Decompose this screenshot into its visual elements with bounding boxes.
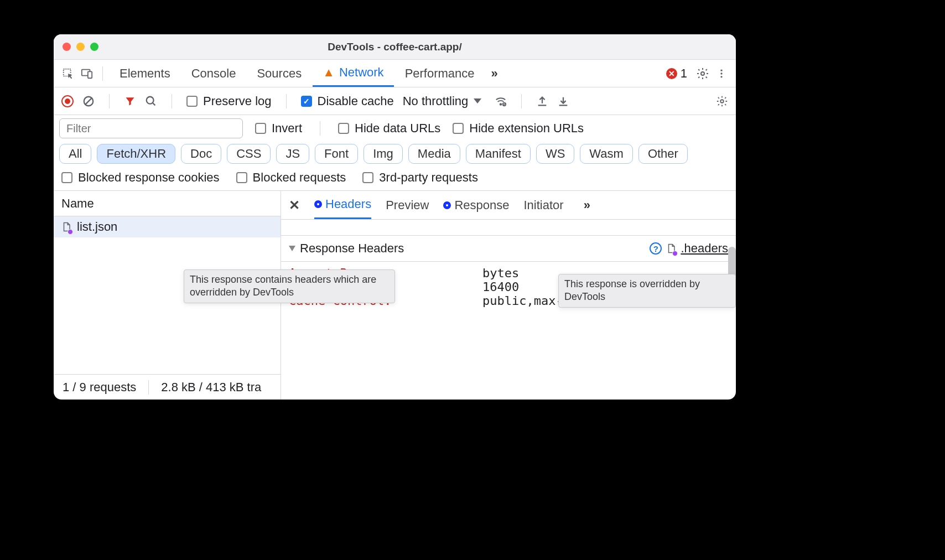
chip-font[interactable]: Font [315,144,358,164]
override-indicator-ring [314,200,322,208]
request-row[interactable]: list.json [54,216,281,237]
record-button[interactable] [61,95,74,107]
tab-initiator[interactable]: Initiator [523,191,563,219]
tab-elements[interactable]: Elements [110,60,180,87]
tab-preview[interactable]: Preview [386,191,429,219]
tab-network[interactable]: ▲ Network [313,60,393,87]
more-tabs-button[interactable]: » [486,66,503,81]
filter-input[interactable] [59,118,243,138]
chip-css[interactable]: CSS [227,144,271,164]
help-icon[interactable]: ? [650,242,662,255]
checkbox-icon [236,172,247,183]
tab-sources[interactable]: Sources [247,60,311,87]
type-filter-chips: All Fetch/XHR Doc CSS JS Font Img Media … [54,142,736,167]
hide-data-urls-checkbox[interactable]: Hide data URLs [338,121,440,136]
toolbar-settings-gear-icon[interactable] [716,95,728,107]
close-window-button[interactable] [63,43,71,51]
svg-point-3 [701,72,704,75]
settings-gear-icon[interactable] [694,65,712,82]
checkbox-icon [61,172,72,183]
device-toolbar-icon[interactable] [78,65,96,82]
chip-manifest[interactable]: Manifest [466,144,531,164]
checkbox-icon [453,123,464,134]
column-header-name[interactable]: Name [54,191,281,216]
filter-icon[interactable] [124,95,136,107]
section-title: Response Headers [300,241,404,256]
close-detail-button[interactable]: ✕ [289,198,300,213]
request-name: list.json [77,220,117,234]
svg-point-11 [500,103,502,105]
chip-img[interactable]: Img [364,144,403,164]
throttling-value: No throttling [403,94,469,108]
chip-wasm[interactable]: Wasm [580,144,633,164]
override-indicator-ring [443,201,451,209]
upload-icon[interactable] [536,95,548,107]
download-icon[interactable] [557,95,569,107]
headers-file-link[interactable]: .headers [681,241,728,256]
window-title: DevTools - coffee-cart.app/ [54,41,736,53]
checkbox-checked-icon: ✓ [301,96,312,107]
chip-media[interactable]: Media [408,144,460,164]
chip-other[interactable]: Other [638,144,688,164]
chip-ws[interactable]: WS [536,144,574,164]
request-count: 1 / 9 requests [63,380,136,395]
error-count: 1 [681,66,687,81]
throttling-select[interactable]: No throttling [403,94,486,108]
svg-line-8 [85,97,92,105]
third-party-label: 3rd-party requests [379,170,478,185]
file-icon [61,221,71,233]
minimize-window-button[interactable] [76,43,85,51]
chip-js[interactable]: JS [276,144,309,164]
hide-data-urls-label: Hide data URLs [355,121,440,136]
response-headers-section[interactable]: Response Headers ? .headers [281,235,736,262]
tab-performance[interactable]: Performance [395,60,485,87]
blocked-requests-checkbox[interactable]: Blocked requests [236,170,346,185]
maximize-window-button[interactable] [90,43,98,51]
tab-response-label: Response [454,198,509,212]
tab-console[interactable]: Console [181,60,246,87]
devtools-window: DevTools - coffee-cart.app/ Elements Con… [54,34,736,400]
checkbox-icon [362,172,373,183]
hide-extension-urls-checkbox[interactable]: Hide extension URLs [453,121,584,136]
blocked-requests-label: Blocked requests [253,170,346,185]
separator [102,66,103,81]
blocked-response-cookies-checkbox[interactable]: Blocked response cookies [61,170,220,185]
svg-rect-2 [88,71,92,78]
invert-label: Invert [272,121,302,136]
separator [172,94,172,108]
third-party-requests-checkbox[interactable]: 3rd-party requests [362,170,478,185]
separator [109,94,110,108]
hide-extension-urls-label: Hide extension URLs [469,121,584,136]
error-badge[interactable]: ✕ 1 [661,66,693,81]
svg-point-9 [147,96,154,103]
override-badge-icon [68,229,73,235]
tab-network-label: Network [339,65,384,80]
more-detail-tabs-button[interactable]: » [578,198,596,212]
kebab-menu-icon[interactable] [713,65,730,82]
checkbox-icon [338,123,349,134]
filter-row: Invert Hide data URLs Hide extension URL… [54,115,736,142]
network-toolbar: Preserve log ✓ Disable cache No throttli… [54,87,736,115]
status-bar: 1 / 9 requests 2.8 kB / 413 kB tra [54,374,281,400]
inspect-element-icon[interactable] [59,65,77,82]
override-badge-icon [672,251,678,256]
chip-fetch-xhr[interactable]: Fetch/XHR [97,144,175,164]
disclosure-triangle-icon [289,246,295,251]
tab-response[interactable]: Response [443,191,509,219]
clear-icon[interactable] [82,95,95,107]
detail-body: Response Headers ? .headers Accept-Range… [281,220,736,400]
invert-checkbox[interactable]: Invert [255,121,302,136]
svg-line-10 [153,102,155,105]
chip-all[interactable]: All [59,144,91,164]
warning-icon: ▲ [323,65,335,80]
search-icon[interactable] [145,95,157,107]
disable-cache-checkbox[interactable]: ✓ Disable cache [301,94,394,108]
chip-doc[interactable]: Doc [181,144,221,164]
tab-headers[interactable]: Headers [314,191,371,219]
svg-point-5 [720,72,722,74]
network-conditions-icon[interactable] [495,95,507,107]
checkbox-icon [186,96,198,107]
disable-cache-label: Disable cache [318,94,394,108]
preserve-log-checkbox[interactable]: Preserve log [186,94,272,108]
separator [286,94,287,108]
